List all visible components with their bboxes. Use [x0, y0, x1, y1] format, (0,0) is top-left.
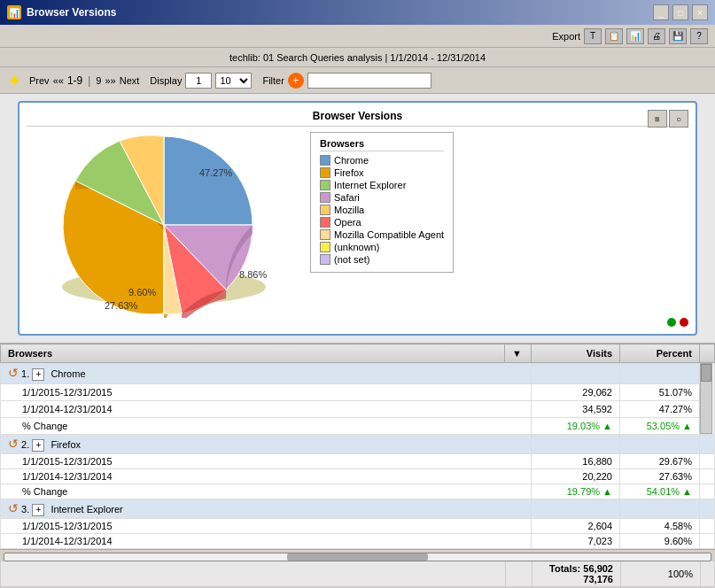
table-row: 1/1/2014-12/31/2014 20,220 27.63%: [1, 469, 715, 484]
legend-label-unknown: (unknown): [334, 242, 379, 252]
chrome-pct-1: 51.07%: [620, 384, 700, 401]
filter-add-button[interactable]: +: [288, 73, 304, 89]
pie-chart: 47.27% 27.63% 9.60% 8.86%: [27, 132, 310, 327]
table-row: 1/1/2015-12/31/2015 2,604 4.58%: [1, 519, 715, 534]
pct-label-firefox: 27.63%: [105, 300, 138, 311]
table-row: ↺ 1. + Chrome: [1, 363, 715, 384]
legend-color-safari: [320, 192, 330, 203]
firefox-date-1: 1/1/2015-12/31/2015: [1, 454, 532, 469]
firefox-visits: [532, 435, 620, 454]
table-section: Browsers ▼ Visits Percent ↺ 1. + Chrome: [0, 344, 715, 549]
pie-svg: 47.27% 27.63% 9.60% 8.86%: [27, 132, 301, 318]
page-range: 1-9: [67, 74, 82, 87]
display-select[interactable]: 10 25 50 100: [215, 73, 252, 89]
minimize-button[interactable]: _: [653, 4, 669, 20]
ie-percent: [620, 499, 700, 519]
orange-arrow-firefox: ↺: [8, 437, 19, 451]
legend-item-ie: Internet Explorer: [320, 180, 444, 190]
chrome-change-pct: 53.05% ▲: [620, 418, 700, 435]
ie-visits: [532, 499, 620, 519]
totals-percent: 100%: [621, 561, 701, 586]
pct-label-ie: 9.60%: [128, 287, 156, 298]
totals-visits-2: 73,176: [583, 574, 613, 584]
save-button[interactable]: 💾: [669, 28, 687, 44]
firefox-pct-1: 29.67%: [620, 454, 700, 469]
chart-section: Browser Versions ≡ ○: [0, 94, 715, 344]
scrollbar-col: [700, 363, 715, 435]
chrome-date-2: 1/1/2014-12/31/2014: [1, 401, 532, 418]
legend-label-notset: (not set): [334, 254, 369, 265]
expand-firefox-button[interactable]: +: [32, 439, 44, 452]
close-button[interactable]: ×: [692, 4, 708, 20]
scroll-thumb[interactable]: [287, 553, 428, 561]
chart-box: Browser Versions ≡ ○: [18, 101, 697, 336]
maximize-button[interactable]: □: [672, 4, 688, 20]
legend-title: Browsers: [320, 138, 444, 151]
chrome-change-visits: 19.03% ▲: [532, 418, 620, 435]
prev-button[interactable]: Prev: [29, 75, 50, 86]
table-row: 1/1/2015-12/31/2015 29,062 51.07%: [1, 384, 715, 401]
display-input[interactable]: [185, 73, 212, 89]
scroll-track[interactable]: [4, 553, 711, 561]
legend-item-mozilla: Mozilla: [320, 205, 444, 215]
next-arrow[interactable]: »»: [105, 75, 115, 86]
nav-bar: ✦ Prev «« 1-9 | 9 »» Next Display 10 25 …: [0, 67, 715, 94]
legend-color-chrome: [320, 155, 330, 166]
scroll-spacer-8: [700, 534, 715, 549]
chart-dots: [667, 318, 688, 327]
help-button[interactable]: ?: [690, 28, 708, 44]
export-label: Export: [552, 31, 580, 42]
legend-color-unknown: [320, 242, 330, 252]
legend-label-safari: Safari: [334, 192, 360, 203]
app-icon: 📊: [7, 5, 21, 19]
export-chart-button[interactable]: 📊: [626, 28, 644, 44]
dot-red: [680, 318, 688, 327]
date-range-info: techlib: 01 Search Queries analysis | 1/…: [229, 52, 486, 63]
firefox-change-label: % Change: [1, 484, 532, 499]
legend-color-ie: [320, 180, 330, 190]
browser-row-firefox: ↺ 2. + Firefox: [1, 435, 532, 454]
totals-visits-1: 56,902: [583, 563, 613, 574]
chrome-percent: [620, 363, 700, 384]
ie-pct-1: 4.58%: [620, 519, 700, 534]
print-button[interactable]: 🖨: [648, 28, 665, 44]
ie-visits-1: 2,604: [532, 519, 620, 534]
expand-ie-button[interactable]: +: [32, 504, 44, 516]
browser-row-chrome: ↺ 1. + Chrome: [1, 363, 532, 384]
chart-toolbar: ≡ ○: [648, 110, 688, 128]
totals-scroll: [701, 561, 715, 586]
pct-label-safari: 8.86%: [239, 269, 267, 280]
chrome-date-1: 1/1/2015-12/31/2015: [1, 384, 532, 401]
filter-input[interactable]: [307, 73, 431, 89]
legend-label-opera: Opera: [334, 217, 361, 228]
expand-chrome-button[interactable]: +: [32, 368, 44, 381]
table-row: ↺ 3. + Internet Explorer: [1, 499, 715, 519]
col-header-sort[interactable]: ▼: [505, 344, 532, 363]
table-view-button[interactable]: ≡: [648, 110, 667, 128]
ie-visits-2: 7,023: [532, 534, 620, 549]
totals-table: Totals: 56,902 73,176 100%: [0, 561, 715, 587]
window-controls: _ □ ×: [653, 4, 708, 20]
col-header-browsers: Browsers: [1, 344, 505, 363]
totals-spacer: [1, 561, 506, 586]
legend-color-opera: [320, 217, 330, 228]
browser-name-firefox: Firefox: [51, 439, 81, 450]
browser-row-ie: ↺ 3. + Internet Explorer: [1, 499, 532, 519]
export-copy-button[interactable]: 📋: [605, 28, 623, 44]
legend-label-mozilla: Mozilla: [334, 205, 364, 215]
export-text-button[interactable]: T: [584, 28, 602, 44]
legend-item-firefox: Firefox: [320, 167, 444, 178]
legend-item-mca: Mozilla Compatible Agent: [320, 229, 444, 240]
totals-section: Totals: 56,902 73,176 100%: [0, 563, 715, 583]
separator: |: [88, 74, 90, 87]
table-row: % Change 19.79% ▲ 54.01% ▲: [1, 484, 715, 499]
dot-green: [667, 318, 676, 327]
row-num-1: 1.: [21, 368, 29, 379]
chart-view-button[interactable]: ○: [669, 110, 688, 128]
prev-arrow[interactable]: ««: [53, 75, 64, 86]
table-row: ↺ 2. + Firefox: [1, 435, 715, 454]
chrome-visits-2: 34,592: [532, 401, 620, 418]
legend-color-mozilla: [320, 205, 330, 215]
next-button[interactable]: Next: [120, 75, 140, 86]
table-row: 1/1/2014-12/31/2014 34,592 47.27%: [1, 401, 715, 418]
